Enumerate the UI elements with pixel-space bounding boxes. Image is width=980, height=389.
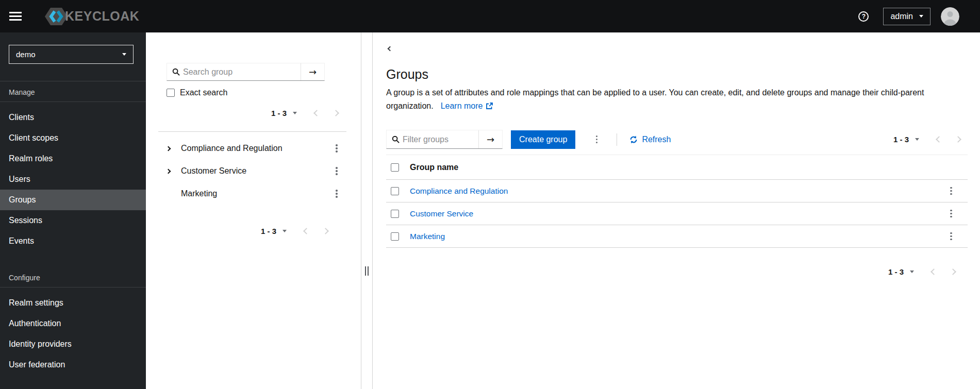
chevron-right-icon — [166, 146, 171, 151]
sidebar-item-identity-providers[interactable]: Identity providers — [0, 334, 146, 354]
sidebar-item-authentication[interactable]: Authentication — [0, 313, 146, 334]
chevron-right-icon — [333, 110, 339, 116]
panel-resize-handle[interactable] — [361, 32, 372, 389]
pagination-range: 1 - 3 — [893, 135, 909, 144]
tree-pagination-bottom-menu-toggle[interactable]: 1 - 3 — [257, 227, 291, 235]
exact-search-field: Exact search — [167, 88, 346, 97]
help-button[interactable] — [856, 9, 871, 24]
row-kebab-button[interactable] — [943, 183, 959, 199]
groups-pagination-top: 1 - 3 — [889, 130, 968, 149]
search-icon — [172, 68, 180, 76]
tree-item-label[interactable]: Compliance and Regulation — [181, 144, 283, 153]
table-row: Compliance and Regulation — [386, 180, 968, 202]
filter-groups-search — [386, 130, 503, 149]
user-menu-label: admin — [890, 12, 913, 21]
pagination-range: 1 - 3 — [261, 227, 276, 235]
tree-item-kebab-button[interactable] — [329, 141, 344, 156]
tree-pagination-menu-toggle[interactable]: 1 - 3 — [267, 109, 301, 117]
sidebar-toggle-button[interactable] — [9, 6, 30, 27]
group-search-input[interactable] — [183, 67, 301, 77]
sidebar-item-realm-settings[interactable]: Realm settings — [0, 293, 146, 313]
realm-selector-value: demo — [16, 50, 36, 59]
groups-pagination-bottom-prev-button[interactable] — [924, 269, 943, 274]
page-description: A group is a set of attributes and role … — [386, 86, 958, 113]
refresh-label: Refresh — [642, 135, 671, 144]
tree-pagination-next-button[interactable] — [326, 111, 345, 115]
kebab-icon — [950, 235, 952, 238]
help-icon — [858, 11, 869, 22]
tree-item-expand-button[interactable] — [167, 170, 181, 173]
tree-item-kebab-button[interactable] — [329, 163, 344, 179]
row-kebab-button[interactable] — [943, 206, 959, 222]
filter-groups-input[interactable] — [403, 135, 478, 144]
nav-list-manage: Clients Client scopes Realm roles Users … — [0, 102, 146, 251]
chevron-right-icon — [950, 268, 956, 275]
realm-selector[interactable]: demo — [9, 45, 134, 64]
filter-groups-box — [387, 130, 478, 148]
user-menu-dropdown[interactable]: admin — [883, 8, 931, 25]
groups-table: Group name Compliance and Regulation Cus… — [386, 155, 968, 248]
groups-pagination-bottom-menu-toggle[interactable]: 1 - 3 — [884, 267, 918, 276]
group-search-submit-button[interactable] — [301, 63, 324, 80]
table-row: Marketing — [386, 225, 968, 248]
tree-item: Compliance and Regulation — [167, 137, 346, 160]
groups-pagination-bottom: 1 - 3 — [386, 262, 968, 281]
chevron-down-icon — [915, 138, 919, 141]
tree-pagination-bottom: 1 - 3 — [167, 222, 346, 240]
sidebar-item-users[interactable]: Users — [0, 169, 146, 190]
toolbar-divider — [617, 133, 617, 146]
chevron-right-icon — [166, 168, 171, 174]
row-checkbox[interactable] — [391, 187, 399, 195]
masthead-actions: admin — [856, 7, 959, 26]
learn-more-label: Learn more — [441, 99, 483, 113]
tree-item-label[interactable]: Customer Service — [181, 166, 246, 176]
groups-pagination-prev-button[interactable] — [929, 137, 949, 142]
hamburger-icon — [9, 15, 22, 17]
groups-pagination-bottom-next-button[interactable] — [943, 269, 962, 274]
pagination-nav — [924, 269, 962, 274]
row-kebab-button[interactable] — [943, 229, 959, 244]
row-checkbox[interactable] — [391, 210, 399, 218]
brand-text: KEYCLOAK — [65, 9, 139, 24]
table-row: Customer Service — [386, 202, 968, 225]
tree-pagination-bottom-next-button[interactable] — [316, 229, 335, 233]
create-group-button[interactable]: Create group — [511, 130, 575, 149]
sidebar-item-events[interactable]: Events — [0, 231, 146, 251]
nav-section-configure: Configure Realm settings Authentication … — [0, 267, 146, 375]
collapse-drawer-button[interactable] — [386, 46, 394, 52]
pagination-range: 1 - 3 — [271, 109, 287, 117]
tree-item: Marketing — [167, 182, 346, 205]
kebab-icon — [950, 213, 952, 215]
chevron-down-icon — [919, 15, 923, 18]
filter-groups-submit-button[interactable] — [478, 130, 502, 148]
refresh-button[interactable]: Refresh — [629, 135, 671, 144]
toolbar-kebab-button[interactable] — [589, 132, 604, 147]
exact-search-label: Exact search — [180, 88, 227, 97]
learn-more-link[interactable]: Learn more — [441, 99, 493, 113]
sidebar-item-client-scopes[interactable]: Client scopes — [0, 128, 146, 148]
sidebar-item-groups[interactable]: Groups — [0, 190, 146, 210]
tree-pagination-prev-button[interactable] — [307, 111, 326, 115]
row-checkbox[interactable] — [391, 232, 399, 241]
group-link[interactable]: Marketing — [410, 232, 445, 241]
group-link[interactable]: Customer Service — [410, 209, 473, 218]
tree-pagination-bottom-prev-button[interactable] — [297, 229, 316, 233]
tree-item-kebab-button[interactable] — [329, 186, 344, 201]
sidebar-item-user-federation[interactable]: User federation — [0, 354, 146, 375]
sidebar-item-clients[interactable]: Clients — [0, 107, 146, 128]
chevron-down-icon — [910, 270, 914, 273]
tree-item: Customer Service — [167, 160, 346, 182]
groups-pagination-menu-toggle[interactable]: 1 - 3 — [889, 135, 923, 144]
group-link[interactable]: Compliance and Regulation — [410, 187, 508, 196]
chevron-left-icon — [313, 110, 320, 116]
select-all-checkbox[interactable] — [391, 163, 399, 172]
kebab-icon — [596, 139, 598, 141]
groups-pagination-next-button[interactable] — [949, 137, 968, 142]
tree-item-expand-button[interactable] — [167, 147, 181, 150]
sidebar-item-realm-roles[interactable]: Realm roles — [0, 148, 146, 169]
group-search — [167, 63, 325, 81]
exact-search-checkbox[interactable] — [167, 89, 175, 97]
sidebar-item-sessions[interactable]: Sessions — [0, 210, 146, 231]
tree-item-label[interactable]: Marketing — [181, 189, 217, 198]
pagination-nav — [297, 229, 335, 233]
